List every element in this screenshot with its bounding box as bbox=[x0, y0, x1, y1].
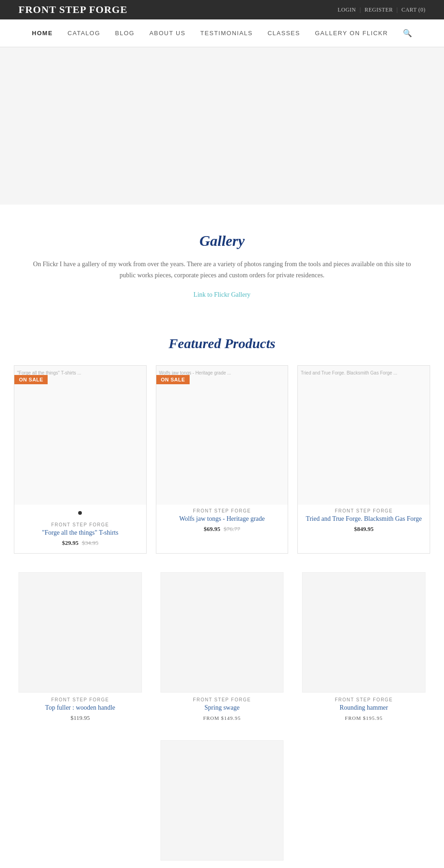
original-price-tshirts: $34.95 bbox=[82, 539, 99, 546]
product-image-hammer bbox=[302, 572, 426, 693]
dot bbox=[78, 511, 82, 515]
gallery-description: On Flickr I have a gallery of my work fr… bbox=[32, 259, 412, 281]
product-card-tshirts[interactable]: "Forge all the things" T-shirts ... ON S… bbox=[14, 365, 147, 554]
price-tshirts: $29.95 $34.95 bbox=[20, 539, 141, 547]
hero-banner bbox=[0, 47, 444, 205]
gallery-section: Gallery On Flickr I have a gallery of my… bbox=[14, 205, 430, 317]
brand-tongs: FRONT STEP FORGE bbox=[162, 508, 283, 513]
price-forge: $849.95 bbox=[303, 525, 424, 533]
products-row-2: FRONT STEP FORGE Top fuller : wooden han… bbox=[14, 568, 430, 726]
navigation: HOME CATALOG BLOG ABOUT US TESTIMONIALS … bbox=[0, 19, 444, 47]
flickr-link[interactable]: Link to Flickr Gallery bbox=[193, 291, 250, 298]
register-link[interactable]: REGISTER bbox=[364, 6, 393, 13]
product-image-swage bbox=[160, 572, 284, 693]
price-hammer: FROM $195.95 bbox=[302, 714, 426, 722]
divider2: | bbox=[397, 6, 398, 13]
name-tongs[interactable]: Wolfs jaw tongs - Heritage grade bbox=[162, 515, 283, 523]
nav-testimonials[interactable]: TESTIMONIALS bbox=[200, 28, 253, 38]
price-swage: FROM $149.95 bbox=[160, 714, 284, 722]
cart-link[interactable]: CART (0) bbox=[401, 6, 426, 13]
product-card-forge[interactable]: Tried and True Forge. Blacksmith Gas For… bbox=[297, 365, 430, 554]
product-image-forge: Tried and True Forge. Blacksmith Gas For… bbox=[298, 366, 430, 505]
nav-blog[interactable]: BLOG bbox=[115, 28, 135, 38]
from-price-hammer: FROM $195.95 bbox=[345, 715, 383, 721]
product-image-fuller bbox=[18, 572, 142, 693]
name-hammer[interactable]: Rounding hammer bbox=[302, 704, 426, 712]
nav-about[interactable]: ABOUT US bbox=[149, 28, 185, 38]
site-title: FRONT STEP FORGE bbox=[18, 4, 128, 16]
product-card-fuller[interactable]: FRONT STEP FORGE Top fuller : wooden han… bbox=[14, 568, 147, 726]
product-dots-tshirts bbox=[14, 505, 146, 518]
nav-home[interactable]: HOME bbox=[32, 28, 53, 38]
product-card-tongs[interactable]: Wolfs jaw tongs - Heritage grade ... ON … bbox=[156, 365, 289, 554]
brand-forge: FRONT STEP FORGE bbox=[303, 508, 424, 513]
top-bar: FRONT STEP FORGE LOGIN | REGISTER | CART… bbox=[0, 0, 444, 19]
brand-swage: FRONT STEP FORGE bbox=[160, 697, 284, 702]
product-empty-right bbox=[297, 736, 430, 868]
price-tongs: $69.95 $76.77 bbox=[162, 525, 283, 533]
brand-tshirts: FRONT STEP FORGE bbox=[20, 522, 141, 527]
product-image-onsale-bottom bbox=[160, 740, 284, 861]
name-forge[interactable]: Tried and True Forge. Blacksmith Gas For… bbox=[303, 515, 424, 523]
product-info-tongs: FRONT STEP FORGE Wolfs jaw tongs - Herit… bbox=[156, 505, 288, 539]
featured-heading: Featured Products bbox=[14, 336, 430, 351]
on-sale-badge-tshirts: ON SALE bbox=[14, 375, 48, 384]
price-fuller: $119.95 bbox=[18, 714, 142, 722]
product-info-tshirts: FRONT STEP FORGE "Forge all the things" … bbox=[14, 518, 146, 553]
search-icon[interactable]: 🔍 bbox=[403, 29, 412, 37]
product-image-tshirts: "Forge all the things" T-shirts ... ON S… bbox=[14, 366, 146, 505]
name-tshirts[interactable]: "Forge all the things" T-shirts bbox=[20, 529, 141, 537]
on-sale-badge-tongs: ON SALE bbox=[156, 375, 190, 384]
top-links: LOGIN | REGISTER | CART (0) bbox=[338, 6, 426, 13]
product-card-onsale-bottom[interactable]: ON SALE bbox=[156, 736, 289, 868]
name-fuller[interactable]: Top fuller : wooden handle bbox=[18, 704, 142, 712]
original-price-tongs: $76.77 bbox=[224, 525, 240, 532]
sale-price-tshirts: $29.95 bbox=[62, 539, 79, 546]
login-link[interactable]: LOGIN bbox=[338, 6, 356, 13]
brand-hammer: FRONT STEP FORGE bbox=[302, 697, 426, 702]
products-row-3: ON SALE bbox=[14, 736, 430, 868]
nav-classes[interactable]: CLASSES bbox=[267, 28, 300, 38]
product-card-hammer[interactable]: FRONT STEP FORGE Rounding hammer FROM $1… bbox=[297, 568, 430, 726]
product-label-forge: Tried and True Forge. Blacksmith Gas For… bbox=[298, 369, 400, 376]
gallery-heading: Gallery bbox=[32, 232, 412, 250]
product-image-tongs: Wolfs jaw tongs - Heritage grade ... ON … bbox=[156, 366, 288, 505]
from-price-swage: FROM $149.95 bbox=[203, 715, 241, 721]
divider: | bbox=[360, 6, 361, 13]
products-row-1: "Forge all the things" T-shirts ... ON S… bbox=[14, 365, 430, 554]
sale-price-forge: $849.95 bbox=[354, 525, 374, 532]
nav-gallery-flickr[interactable]: GALLERY ON FLICKR bbox=[315, 28, 388, 38]
name-swage[interactable]: Spring swage bbox=[160, 704, 284, 712]
featured-section: Featured Products "Forge all the things"… bbox=[0, 317, 444, 868]
brand-fuller: FRONT STEP FORGE bbox=[18, 697, 142, 702]
product-card-swage[interactable]: FRONT STEP FORGE Spring swage FROM $149.… bbox=[156, 568, 289, 726]
nav-catalog[interactable]: CATALOG bbox=[68, 28, 100, 38]
product-info-forge: FRONT STEP FORGE Tried and True Forge. B… bbox=[298, 505, 430, 539]
product-empty-left bbox=[14, 736, 147, 868]
sale-price-tongs: $69.95 bbox=[204, 525, 221, 532]
